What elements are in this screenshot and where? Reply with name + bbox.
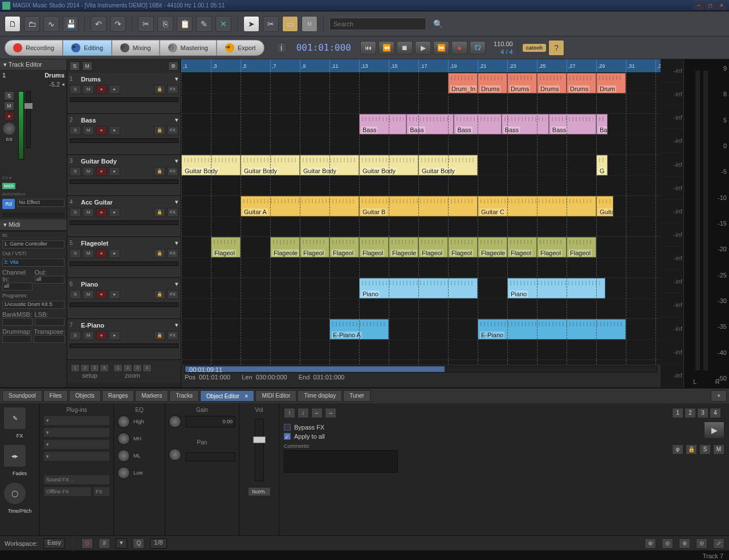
tab-export[interactable]: ➔Export [217,40,264,56]
track-header[interactable]: 5Flageolet▾ S M ● ▸ 🔒 FX [67,237,181,278]
goto-start-icon[interactable]: ⏮ [360,41,376,55]
arranger[interactable]: ,1,3,5,7,9,11,13,15,17,19,21,23,25,27,29… [181,59,661,387]
time-signature[interactable]: 4 / 4 [500,48,512,55]
solo-button[interactable]: S [4,91,14,100]
audio-clip[interactable]: Flageole [389,237,418,257]
track-vol-slider[interactable] [70,303,178,307]
preset-1[interactable]: 1 [672,408,683,418]
arranger-row[interactable]: FlageolFlageoleFlageolFlageolFlageolFlag… [181,237,661,278]
arranger-row[interactable]: BassBassBassBassBassBa [181,114,661,155]
dock-tab-tuner[interactable]: Tuner [343,390,370,402]
dock-tab-soundpool[interactable]: Soundpool [2,390,42,402]
mono-button[interactable]: M [302,16,317,32]
obj-mute[interactable]: M [713,444,724,455]
audio-clip[interactable]: Guitar Body [241,155,300,175]
track-mute[interactable]: M [83,249,94,258]
arranger-row[interactable]: PianoPiano [181,278,661,319]
fades-mode-button[interactable]: ◂▸ [3,444,26,467]
audio-clip[interactable]: Flageol [537,237,567,257]
track-fx[interactable]: FX [167,331,178,340]
track-lock-icon[interactable]: 🔒 [154,208,165,217]
track-solo[interactable]: S [70,290,81,299]
dock-tab-markers[interactable]: Markers [135,390,168,402]
audio-clip[interactable]: Guitar A [241,196,359,216]
plugin-slot-2[interactable]: ▾ [43,427,110,438]
track-header[interactable]: 1Drums▾ S M ● ▸ 🔒 FX [67,73,181,114]
cut-icon[interactable]: ✂ [138,16,154,32]
audio-clip[interactable]: Bass [502,114,549,134]
zoom-4[interactable]: 4 [142,364,152,372]
search-icon[interactable]: 🔍 [430,16,446,32]
audio-clip[interactable]: Bass [549,114,596,134]
eq-ml-knob[interactable] [117,449,130,462]
audio-clip[interactable]: Guitar B [359,196,478,216]
info-icon[interactable]: i [276,42,287,54]
record-icon[interactable]: ● [451,41,467,55]
workspace-select[interactable]: Easy [43,538,65,549]
pointer-tool-icon[interactable]: ➤ [243,16,259,32]
horizontal-scrollbar[interactable]: .00:01:09:11 [185,366,657,373]
track-options-icon[interactable]: ⚙ [168,62,178,71]
audio-clip[interactable]: Drums [537,73,567,93]
track-fx[interactable]: FX [167,249,178,258]
grid-icon[interactable]: # [99,538,110,549]
setup-1[interactable]: 1 [71,364,80,372]
arranger-row[interactable]: Guitar BodyGuitar BodyGuitar BodyGuitar … [181,155,661,196]
audio-clip[interactable]: Drums [478,73,507,93]
track-monitor[interactable]: ▸ [109,249,120,258]
track-vol-slider[interactable] [70,179,178,184]
eq-low-knob[interactable] [117,467,130,479]
fit-icon[interactable]: ⤢ [713,538,724,549]
preset-3[interactable]: 3 [697,408,708,418]
quantize-select[interactable]: ▾ [116,538,127,549]
track-fx[interactable]: FX [167,85,178,94]
audio-clip[interactable]: Bass [359,114,406,134]
arrow-left-icon[interactable]: ← [311,408,323,418]
tempo-value[interactable]: 110.00 [494,40,513,47]
track-solo[interactable]: S [70,249,81,258]
save-icon[interactable]: 💾 [63,16,79,32]
audio-clip[interactable]: Flageol [329,237,359,257]
audio-clip[interactable]: Bass [454,114,501,134]
undo-icon[interactable]: ↶ [91,16,107,32]
apply-all-checkbox[interactable]: ✓Apply to all [284,433,398,440]
offline-fx-select[interactable]: Offline FX [43,487,92,497]
track-header[interactable]: 4Acc Guitar▾ S M ● ▸ 🔒 FX [67,196,181,237]
eq-mh-knob[interactable] [117,432,130,445]
track-lock-icon[interactable]: 🔒 [154,85,165,94]
read-automation-button[interactable]: Rd [2,199,15,209]
setup-2[interactable]: 2 [80,364,89,372]
audio-clip[interactable]: Drum [596,73,626,93]
comments-input[interactable] [284,450,398,473]
track-vol-slider[interactable] [70,220,178,225]
midi-in-select[interactable]: 1. Game Controller [2,240,64,248]
scissors-tool-icon[interactable]: ✂ [263,16,279,32]
mute-button[interactable]: M [4,101,14,111]
obj-solo[interactable]: S [699,444,711,455]
automation-target[interactable]: No Effect [17,199,64,207]
preset-4[interactable]: 4 [710,408,721,418]
midi-drummap[interactable] [2,335,31,343]
marker-tool-icon[interactable]: ▭ [282,16,298,32]
audio-clip[interactable]: Flageole [478,237,507,257]
audio-clip[interactable]: E-Piano A [329,319,389,340]
preset-2[interactable]: 2 [685,408,696,418]
automation-slider[interactable] [2,212,64,217]
track-solo[interactable]: S [70,126,81,135]
fx-mode-button[interactable]: ✎ [3,407,26,430]
track-mute[interactable]: M [83,290,94,299]
redo-icon[interactable]: ↷ [110,16,126,32]
track-header[interactable]: 2Bass▾ S M ● ▸ 🔒 FX [67,114,181,155]
pan-knob-obj[interactable] [169,448,181,461]
audio-clip[interactable]: Flageol [211,237,241,257]
zoom-out-h-icon[interactable]: ⊖ [696,538,707,549]
minimize-button[interactable]: − [694,2,704,10]
track-solo[interactable]: S [70,331,81,340]
audio-clip[interactable]: Flageol [567,237,596,257]
track-vol-slider[interactable] [70,97,178,102]
audio-clip[interactable]: Guitar Body [300,155,359,175]
crossfade-icon[interactable]: ✕ [215,16,231,32]
midi-header[interactable]: ▾ Midi [0,219,67,231]
global-mute[interactable]: M [82,62,92,71]
arm-button[interactable]: ● [4,112,14,121]
